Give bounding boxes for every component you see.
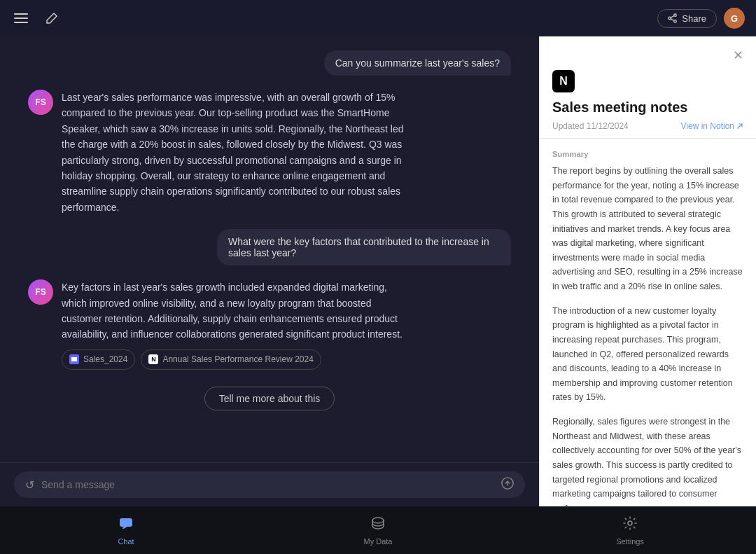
input-bar: ↺ — [0, 462, 539, 506]
share-button[interactable]: Share — [657, 9, 717, 28]
ai-bubble-2: Key factors in last year's sales growth … — [62, 279, 412, 370]
svg-rect-2 — [14, 22, 28, 23]
mydata-nav-icon — [370, 515, 386, 534]
notion-title: Sales meeting notes — [552, 99, 743, 116]
nav-item-mydata[interactable]: My Data — [252, 506, 504, 554]
svg-point-5 — [668, 17, 671, 20]
notion-panel: ✕ N Sales meeting notes Updated 11/12/20… — [539, 36, 756, 506]
menu-icon[interactable] — [11, 8, 31, 28]
notion-meta: Updated 11/12/2024 View in Notion — [552, 121, 743, 131]
nav-item-settings[interactable]: Settings — [504, 506, 756, 554]
suggestion-button[interactable]: Tell me more about this — [204, 387, 335, 410]
ai-bubble-1: Last year's sales performance was impres… — [62, 90, 412, 215]
chat-panel: Can you summarize last year's sales? FS … — [0, 36, 539, 506]
nav-item-chat[interactable]: Chat — [0, 506, 252, 554]
chat-nav-label: Chat — [118, 537, 134, 546]
notion-header: ✕ N Sales meeting notes Updated 11/12/20… — [540, 36, 756, 139]
user-message-2: What were the key factors that contribut… — [217, 229, 511, 265]
input-inner: ↺ — [14, 471, 525, 498]
main-content: Can you summarize last year's sales? FS … — [0, 36, 756, 506]
svg-point-3 — [674, 14, 677, 17]
svg-rect-0 — [14, 13, 28, 15]
refresh-icon[interactable]: ↺ — [25, 478, 34, 492]
svg-point-8 — [628, 521, 632, 525]
topbar-left — [11, 8, 62, 28]
ai-avatar-1: FS — [28, 90, 53, 115]
mydata-nav-label: My Data — [364, 537, 393, 546]
tag-notion-review[interactable]: N Annual Sales Performance Review 2024 — [141, 349, 321, 370]
settings-nav-label: Settings — [616, 537, 644, 546]
notion-logo: N — [552, 70, 575, 92]
notion-tag-icon: N — [148, 354, 158, 364]
tags-row: Sales_2024 N Annual Sales Performance Re… — [62, 349, 412, 370]
chat-nav-icon — [118, 515, 134, 534]
svg-rect-7 — [120, 518, 132, 527]
data-tag-icon — [69, 354, 79, 364]
notion-para-3: Regionally, sales figures were strongest… — [552, 415, 743, 506]
edit-icon[interactable] — [42, 8, 62, 28]
bottom-nav: Chat My Data Settings — [0, 506, 756, 554]
ai-avatar-2: FS — [28, 279, 53, 305]
user-message-1: Can you summarize last year's sales? — [324, 50, 511, 76]
send-button[interactable] — [501, 477, 514, 492]
chat-input[interactable] — [41, 479, 494, 490]
notion-close-row: ✕ — [552, 48, 743, 63]
ai-message-2: FS Key factors in last year's sales grow… — [28, 279, 511, 370]
notion-section-label: Summary — [552, 150, 743, 158]
notion-close-button[interactable]: ✕ — [733, 48, 743, 63]
topbar: Share G — [0, 0, 756, 36]
notion-para-1: The report begins by outlining the overa… — [552, 164, 743, 294]
chat-messages: Can you summarize last year's sales? FS … — [0, 36, 539, 462]
tag-sales-2024[interactable]: Sales_2024 — [62, 349, 135, 370]
topbar-right: Share G — [657, 8, 745, 29]
share-label: Share — [682, 13, 706, 24]
svg-point-4 — [674, 20, 677, 23]
notion-view-link[interactable]: View in Notion — [681, 121, 744, 131]
notion-updated: Updated 11/12/2024 — [552, 121, 629, 131]
notion-content: Summary The report begins by outlining t… — [540, 139, 756, 506]
user-avatar[interactable]: G — [724, 8, 745, 29]
ai-message-1: FS Last year's sales performance was imp… — [28, 90, 511, 215]
notion-para-2: The introduction of a new customer loyal… — [552, 304, 743, 405]
svg-rect-1 — [14, 18, 28, 19]
settings-nav-icon — [622, 515, 638, 534]
